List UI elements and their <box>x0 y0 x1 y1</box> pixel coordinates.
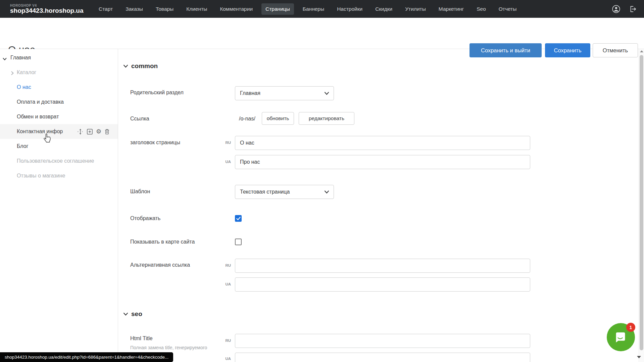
link-value: /o-nas/ <box>239 116 255 122</box>
sidebar-item-actions: ⚙ <box>77 124 110 139</box>
menu-orders[interactable]: Заказы <box>121 3 147 15</box>
sidebar-item-label: Отзывы о магазине <box>17 173 65 179</box>
add-icon[interactable] <box>87 128 93 135</box>
lang-chip-ua: UA <box>217 357 231 361</box>
sidebar-item-kontaktnaya[interactable]: Контактная инфор ⚙ <box>0 124 118 139</box>
parent-section-label: Родительский раздел <box>130 90 184 96</box>
chevron-down-icon <box>325 191 329 194</box>
page-title-ua-input[interactable] <box>235 155 530 169</box>
sidebar-item-label: Пользовательское соглашение <box>17 158 94 164</box>
alt-link-ua-input[interactable] <box>235 277 530 292</box>
menu-seo[interactable]: Seo <box>473 3 490 15</box>
html-title-ua-input[interactable] <box>235 353 530 362</box>
topbar-icons <box>612 0 637 18</box>
template-label: Шаблон <box>130 189 150 195</box>
section-title: seo <box>131 310 142 318</box>
html-title-ru-input[interactable] <box>235 334 530 348</box>
sidebar-item-label: О нас <box>17 84 31 90</box>
topbar: HOROSHOP V4 shop34423.horoshop.ua Старт … <box>0 0 644 18</box>
alt-link-ru-input[interactable] <box>235 259 530 273</box>
cancel-button[interactable]: Отменить <box>593 43 638 57</box>
topbar-menu: Старт Заказы Товары Клиенты Комментарии … <box>95 3 521 15</box>
lang-chip-ua: UA <box>217 282 231 286</box>
alt-link-label: Альтернативная ссылка <box>130 262 190 268</box>
sidebar-item-otzyvy[interactable]: Отзывы о магазине <box>0 168 118 183</box>
lang-chip-ru: RU <box>217 263 231 267</box>
menu-marketing[interactable]: Маркетинг <box>435 3 468 15</box>
link-refresh-button[interactable]: обновить <box>262 112 294 125</box>
scroll-up-arrow-icon[interactable] <box>640 50 643 52</box>
lang-chip-ru: RU <box>217 141 231 145</box>
menu-comments[interactable]: Комментарии <box>216 3 257 15</box>
link-edit-button[interactable]: редактировать <box>299 112 354 125</box>
logout-icon[interactable] <box>629 5 637 13</box>
save-button[interactable]: Сохранить <box>545 43 590 57</box>
status-url-tooltip: shop34423.horoshop.ua/edit/edit.php?id=6… <box>0 352 173 362</box>
trash-icon[interactable] <box>104 128 110 135</box>
html-title-hint: Полная замена title, генерируемого <box>130 345 207 350</box>
cursor-hand-icon <box>43 133 52 145</box>
chevron-right-icon[interactable] <box>11 70 14 76</box>
sitemap-checkbox[interactable] <box>235 239 242 245</box>
chevron-down-icon <box>123 313 128 316</box>
sidebar-item-oplata[interactable]: Оплата и доставка <box>0 95 118 109</box>
chat-unread-badge: 1 <box>626 323 635 332</box>
chevron-down-icon <box>325 92 329 95</box>
template-value: Текстовая страница <box>240 189 290 195</box>
link-label: Ссылка <box>130 116 149 122</box>
sidebar-item-label: Главная <box>10 55 31 61</box>
menu-products[interactable]: Товары <box>152 3 178 15</box>
menu-pages[interactable]: Страницы <box>261 3 294 15</box>
html-title-label: Html Title <box>130 335 153 342</box>
page-title-field-label: заголовок страницы <box>130 140 180 146</box>
sidebar-tree: Главная Каталог О нас Оплата и доставка … <box>0 49 118 362</box>
logo-domain: shop34423.horoshop.ua <box>10 7 95 14</box>
sidebar-item-glavnaya[interactable]: Главная <box>0 50 118 65</box>
menu-clients[interactable]: Клиенты <box>182 3 211 15</box>
sidebar-item-o-nas[interactable]: О нас <box>0 80 118 95</box>
display-checkbox[interactable] <box>235 215 242 222</box>
save-and-exit-button[interactable]: Сохранить и выйти <box>469 43 542 57</box>
sidebar-item-obmen[interactable]: Обмен и возврат <box>0 109 118 124</box>
section-common-toggle[interactable]: common <box>123 62 158 70</box>
sidebar-item-label: Блог <box>17 143 29 149</box>
sitemap-label: Показывать в карте сайта <box>130 239 195 245</box>
parent-section-value: Главная <box>240 90 260 96</box>
page-title-ru-input[interactable] <box>235 136 530 150</box>
page-header: О нас Сохранить и выйти Сохранить Отмени… <box>0 18 644 49</box>
parent-section-select[interactable]: Главная <box>235 86 334 100</box>
menu-start[interactable]: Старт <box>95 3 117 15</box>
sidebar-item-blog[interactable]: Блог <box>0 139 118 154</box>
sidebar-item-label: Оплата и доставка <box>17 99 64 105</box>
section-seo-toggle[interactable]: seo <box>123 310 142 318</box>
chat-bubble-icon <box>613 329 629 345</box>
scroll-down-arrow-icon[interactable] <box>637 356 641 358</box>
screen: HOROSHOP V4 shop34423.horoshop.ua Старт … <box>0 0 644 362</box>
section-title: common <box>131 62 158 70</box>
logo: HOROSHOP V4 shop34423.horoshop.ua <box>10 4 95 14</box>
account-icon[interactable] <box>612 5 621 13</box>
sidebar-item-label: Каталог <box>17 69 36 75</box>
menu-utilities[interactable]: Утилиты <box>401 3 430 15</box>
template-select[interactable]: Текстовая страница <box>235 185 334 199</box>
lang-chip-ua: UA <box>217 160 231 164</box>
sidebar-item-label: Контактная инфор <box>17 128 63 135</box>
logo-version: HOROSHOP V4 <box>10 4 95 7</box>
sidebar-item-polzovatelskoe[interactable]: Пользовательское соглашение <box>0 154 118 168</box>
menu-reports[interactable]: Отчеты <box>495 3 521 15</box>
gear-icon[interactable]: ⚙ <box>96 128 101 135</box>
lang-chip-ru: RU <box>217 339 231 343</box>
display-label: Отображать <box>130 215 160 221</box>
menu-settings[interactable]: Настройки <box>333 3 366 15</box>
move-icon[interactable] <box>77 128 84 135</box>
check-icon <box>236 217 241 220</box>
menu-banners[interactable]: Баннеры <box>299 3 328 15</box>
chevron-down-icon[interactable] <box>3 56 7 62</box>
sidebar-item-katalog[interactable]: Каталог <box>0 65 118 80</box>
chevron-down-icon <box>123 65 128 68</box>
menu-discounts[interactable]: Скидки <box>371 3 396 15</box>
scrollbar-thumb[interactable] <box>640 55 643 350</box>
sidebar-item-label: Обмен и возврат <box>17 114 59 120</box>
